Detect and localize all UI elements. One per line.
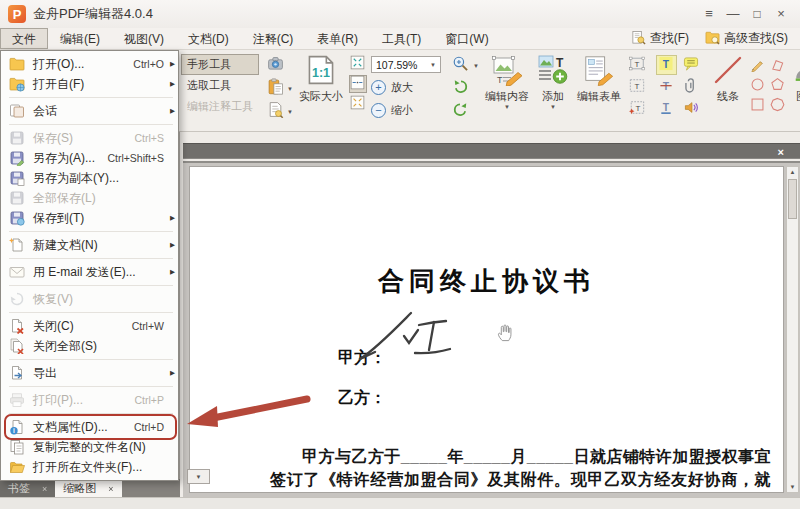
menu-item-open-from[interactable]: 打开自(F)▶ [1,74,178,94]
sticky-note-button[interactable] [681,55,702,75]
highlight-text-button[interactable]: T [656,55,677,75]
menu-item-save-to[interactable]: 保存到(T)▶ [1,208,178,228]
select-tool-button[interactable]: 选取工具 [181,75,259,96]
menu-item-session[interactable]: 会话▶ [1,101,178,121]
menubar-item-document[interactable]: 文档(D) [176,28,241,49]
scroll-down-icon[interactable]: ▼ [787,484,798,490]
menu-separator [9,413,173,414]
fit-visible-button[interactable] [349,95,367,113]
add-button[interactable]: T 添加 ▼ [533,50,573,131]
vertical-scrollbar[interactable]: ▲ ▼ [786,166,799,493]
menu-item-close-all[interactable]: 关闭全部(S) [1,336,178,356]
zoom-level-select[interactable]: 107.59% ▼ [371,56,441,73]
text-box-button[interactable]: T [627,77,648,97]
menu-item-doc-properties[interactable]: i文档属性(D)...Ctrl+D [1,417,178,437]
menu-item-new-doc[interactable]: 新建文档(N)▶ [1,235,178,255]
tab-close-icon[interactable]: × [42,484,47,494]
scroll-up-icon[interactable]: ▲ [787,169,798,175]
maximize-button[interactable]: □ [744,0,770,28]
menu-item-label: 打开所在文件夹(F)... [33,459,142,476]
zoom-in-label: 放大 [391,80,413,95]
menu-item-email-send[interactable]: 用 E-mail 发送(E)...▶ [1,262,178,282]
close-button[interactable]: × [768,0,794,28]
sidebar-tab-缩略图[interactable]: 缩略图× [55,479,121,498]
menubar-item-form[interactable]: 表单(R) [305,28,370,49]
document-paragraph: 甲方与乙方于_____年_____月_____日就店铺特许加盟授权事宜签订了《特… [270,446,771,493]
advanced-find-button[interactable]: 高级查找(S) [699,29,794,49]
sidebar-tab-书签[interactable]: 书签× [0,479,55,498]
stamp-button[interactable]: 图章 ▼ [787,50,800,131]
sound-button[interactable] [681,99,702,119]
hand-tool-button[interactable]: 手形工具 [181,54,259,75]
zoom-out-icon: − [371,103,386,118]
menu-item-label: 另存为(A)... [33,150,95,167]
strikethrough-button[interactable]: T [656,77,677,97]
attachment-button[interactable] [681,77,702,97]
polygon-button[interactable] [768,97,787,116]
floppy-pen-icon [8,150,25,167]
floppy-icon [8,130,25,147]
menubar-item-edit[interactable]: 编辑(E) [48,28,112,49]
doc-search-button[interactable] [263,100,287,123]
add-icon: T [537,54,569,88]
document-viewer[interactable]: 合同终止协议书 甲方： 乙方： 甲方与乙方于_____年_____月_____日… [183,161,800,497]
hand-cursor-icon [496,322,514,343]
menu-item-save-as[interactable]: 另存为(A)...Ctrl+Shift+S [1,148,178,168]
polygon-line-button[interactable] [768,57,787,76]
actual-size-button[interactable]: 1:1 实际大小 [295,50,347,131]
rotate-cw-button[interactable] [449,100,473,123]
caret-down-icon[interactable]: ▼ [287,109,293,115]
pdf-page[interactable]: 合同终止协议书 甲方： 乙方： 甲方与乙方于_____年_____月_____日… [189,166,784,493]
menu-item-export[interactable]: 导出▶ [1,363,178,383]
edit-form-button[interactable]: 编辑表单 [573,50,625,131]
marquee-zoom-button[interactable] [449,54,473,77]
menu-item-save-copy[interactable]: 另存为副本(Y)... [1,168,178,188]
caret-down-icon[interactable]: ▼ [287,86,293,92]
menu-item-revert: 恢复(V) [1,289,178,309]
menu-item-open[interactable]: 打开(O)...Ctrl+O▶ [1,54,178,74]
underline-button[interactable]: T [656,99,677,119]
line-label: 线条 [717,89,739,104]
fit-page-button[interactable] [349,55,367,73]
submenu-arrow-icon: ▶ [164,241,175,249]
edit-content-icon: T [491,54,523,88]
menu-item-copy-filename[interactable]: 复制完整的文件名(N) [1,437,178,457]
window-menu-icon[interactable]: ≡ [696,0,722,28]
find-button[interactable]: 查找(F) [625,29,695,49]
menubar-item-tools[interactable]: 工具(T) [370,28,433,49]
snapshot-button[interactable] [263,54,287,77]
menu-item-open-folder[interactable]: 打开所在文件夹(F)... [1,457,178,477]
ellipse-button[interactable] [748,77,767,96]
capture-group: ▼ ▼ [261,50,295,131]
fit-page-icon [350,55,365,74]
strikethrough-icon: T [658,78,674,97]
menu-item-shortcut: Ctrl+W [132,320,164,332]
menu-item-label: 恢复(V) [33,291,73,308]
rotate-ccw-button[interactable] [449,77,473,100]
minimize-button[interactable]: — [720,0,746,28]
menubar-item-file[interactable]: 文件 [0,28,48,49]
menubar-item-window[interactable]: 窗口(W) [433,28,500,49]
scrollbar-thumb[interactable] [788,179,797,219]
paste-button[interactable] [263,77,287,100]
typewriter-button[interactable]: T [627,99,648,119]
menubar-item-view[interactable]: 视图(V) [112,28,176,49]
zoom-out-button[interactable]: − 缩小 [371,99,441,122]
menu-item-close[interactable]: 关闭(C)Ctrl+W [1,316,178,336]
zoom-in-button[interactable]: + 放大 [371,76,441,99]
folder-icon [8,56,25,73]
menubar-item-comment[interactable]: 注释(C) [241,28,306,49]
pencil-tool-button[interactable] [748,57,767,76]
document-close-icon[interactable]: × [778,145,784,159]
text-field-button[interactable]: T [627,55,648,75]
panel-scroll-down-icon[interactable]: ▼ [187,469,210,484]
tab-close-icon[interactable]: × [108,484,113,494]
edit-content-button[interactable]: T 编辑内容 ▼ [481,50,533,131]
pentagon-button[interactable] [768,77,787,96]
caret-down-icon[interactable]: ▼ [473,63,479,69]
fit-width-button[interactable] [349,75,367,93]
line-tool-button[interactable]: 线条 [708,50,748,131]
menu-bar: 文件编辑(E)视图(V)文档(D)注释(C)表单(R)工具(T)窗口(W) 查找… [0,28,800,50]
rectangle-button[interactable] [748,97,767,116]
stamp-icon [791,54,800,88]
